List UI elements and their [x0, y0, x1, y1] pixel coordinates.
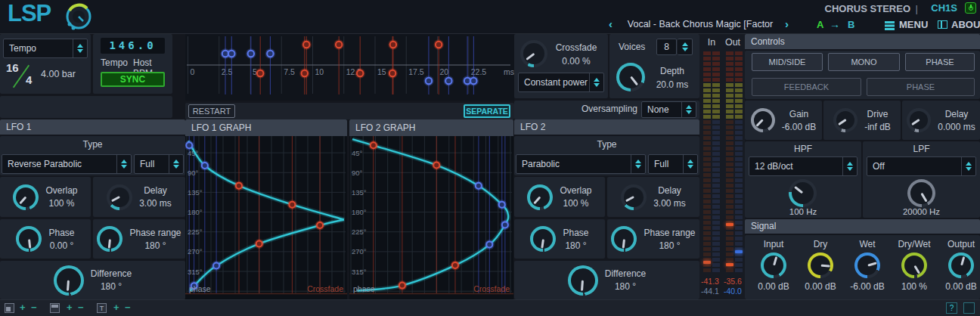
- ui-scale-minus-button[interactable]: −: [31, 302, 37, 313]
- feedback-button[interactable]: FEEDBACK: [752, 78, 861, 96]
- oversampling-select[interactable]: None: [641, 101, 696, 118]
- meter-column-out-right[interactable]: [735, 51, 743, 274]
- depth-label: Depth: [649, 66, 696, 76]
- lfo1-graph-plot[interactable]: 45°90°135°180°225°270°315°phaseCrossfade: [185, 136, 347, 301]
- lfo1-range-select[interactable]: Full: [134, 154, 184, 174]
- lfo2-phase-knob[interactable]: [530, 226, 556, 252]
- help-button[interactable]: ?: [946, 302, 957, 314]
- lfo1-type-label: Type: [0, 139, 185, 150]
- meter-column-in-right[interactable]: [712, 51, 720, 274]
- voices-timeline[interactable]: 02.557.51012.51517.52022.5ms: [185, 34, 514, 101]
- svg-text:2.5: 2.5: [222, 67, 233, 76]
- drywet-label: Dry/Wet: [898, 239, 930, 249]
- svg-text:180°: 180°: [188, 208, 203, 216]
- ab-a-button[interactable]: A: [817, 19, 823, 30]
- time-signature[interactable]: 16 4: [5, 60, 38, 91]
- ab-b-button[interactable]: B: [848, 19, 854, 30]
- bars-value: 4.00 bar: [41, 69, 76, 79]
- preset-next-button[interactable]: ›: [785, 17, 789, 30]
- dry-knob[interactable]: [808, 252, 833, 278]
- menu-icon[interactable]: [885, 21, 895, 23]
- lfo2-difference-knob[interactable]: [568, 265, 598, 296]
- power-button[interactable]: [965, 2, 976, 14]
- font-scale-minus-button[interactable]: −: [125, 302, 131, 313]
- signal-title: Signal: [745, 219, 980, 234]
- hpf-freq-knob[interactable]: [789, 179, 817, 207]
- meter-out-left-value: -35.6: [721, 277, 745, 286]
- wet-knob[interactable]: [854, 252, 880, 278]
- lfo2-phase-range-knob[interactable]: [611, 226, 637, 252]
- voices-stepper[interactable]: [678, 39, 693, 55]
- drywet-knob[interactable]: [901, 252, 927, 278]
- window-scale-plus-button[interactable]: +: [67, 302, 73, 313]
- voices-value[interactable]: 8: [656, 39, 677, 55]
- midside-button[interactable]: MID/SIDE: [752, 53, 823, 71]
- lfo1-overlap-knob[interactable]: [13, 184, 39, 210]
- lfo1-phase-range-knob[interactable]: [97, 226, 122, 252]
- feedback-gain-knob[interactable]: [751, 108, 775, 132]
- lpf-slope-select[interactable]: Off: [867, 156, 976, 176]
- font-scale-plus-button[interactable]: +: [113, 302, 119, 313]
- output-knob[interactable]: [948, 252, 974, 278]
- lfo1-delay-knob[interactable]: [107, 184, 132, 210]
- font-scale-icon: T: [97, 303, 107, 313]
- about-icon[interactable]: [938, 20, 947, 29]
- resize-handle[interactable]: [963, 302, 975, 314]
- meter-out-right-value: -40.0: [721, 287, 745, 296]
- tempo-extra-panel: [0, 96, 172, 118]
- mono-button[interactable]: MONO: [828, 53, 900, 71]
- lpf-freq-knob[interactable]: [907, 179, 935, 207]
- window-scale-icon: [50, 303, 60, 313]
- lfo2-overlap-knob[interactable]: [527, 184, 553, 210]
- meter-peak: [726, 223, 733, 226]
- feedback-delay-knob[interactable]: [907, 108, 931, 132]
- separate-button[interactable]: SEPARATE: [464, 104, 510, 118]
- lfo1-title: LFO 1: [0, 119, 185, 135]
- spinner-arrows-icon: [631, 155, 645, 173]
- tempo-mode-select[interactable]: Tempo: [3, 39, 88, 58]
- lfo2-delay-knob[interactable]: [621, 184, 647, 210]
- spinner-arrows-icon: [961, 157, 975, 175]
- lfo2-graph-plot[interactable]: 45°90°135°180°225°270°315°phaseCrossfade: [349, 136, 513, 301]
- feedback-phase-button[interactable]: PHASE: [867, 78, 975, 96]
- ui-scale-plus-button[interactable]: +: [20, 302, 26, 313]
- crossfade-knob[interactable]: [520, 40, 547, 67]
- hpf-slope-select[interactable]: 12 dB/oct: [749, 156, 858, 176]
- lpf-label: LPF: [863, 144, 980, 154]
- lfo1-phase-knob[interactable]: [16, 226, 42, 252]
- menu-button[interactable]: MENU: [899, 19, 928, 30]
- input-knob[interactable]: [761, 252, 786, 278]
- logo-knob-icon: [64, 2, 94, 32]
- preset-name[interactable]: Vocal - Back Chorus Magic [Factor: [620, 19, 780, 29]
- spinner-arrows-icon: [842, 157, 857, 175]
- svg-text:7.5: 7.5: [284, 67, 295, 76]
- window-scale-minus-button[interactable]: −: [78, 302, 84, 313]
- ab-arrow-icon: →: [830, 18, 840, 30]
- sync-button[interactable]: SYNC: [101, 72, 165, 87]
- lfo1-graph-panel: LFO 1 GRAPH 45°90°135°180°225°270°315°ph…: [185, 119, 347, 301]
- lfo2-type-select[interactable]: Parabolic: [516, 154, 646, 174]
- meter-peak: [735, 250, 743, 253]
- about-button[interactable]: ABOUT: [951, 19, 980, 30]
- svg-text:315°: 315°: [188, 268, 203, 276]
- wet-value: -6.00 dB: [850, 281, 884, 292]
- lfo2-range-select[interactable]: Full: [648, 154, 698, 174]
- depth-knob[interactable]: [616, 63, 645, 91]
- meter-column-out-left[interactable]: [726, 51, 733, 274]
- svg-text:270°: 270°: [352, 247, 367, 256]
- lfo1-difference-knob[interactable]: [54, 265, 84, 296]
- preset-prev-button[interactable]: ‹: [609, 17, 612, 30]
- meter-column-in-left[interactable]: [703, 51, 711, 274]
- controls-panel: Controls MID/SIDE MONO PHASE FEEDBACK PH…: [745, 34, 980, 140]
- lpf-panel: LPF Off 20000 Hz: [863, 141, 980, 218]
- lfo2-graph-panel: LFO 2 GRAPH 45°90°135°180°225°270°315°ph…: [349, 119, 513, 301]
- svg-text:90°: 90°: [352, 169, 363, 177]
- feedback-drive-knob[interactable]: [833, 108, 858, 132]
- lfo2-graph-title: LFO 2 GRAPH: [349, 119, 513, 136]
- tempo-panel: Tempo 16 4 4.00 bar: [0, 34, 91, 94]
- phase-button[interactable]: PHASE: [905, 53, 975, 71]
- restart-button[interactable]: RESTART: [188, 104, 235, 118]
- lfo1-type-select[interactable]: Reverse Parabolic: [2, 154, 132, 174]
- plugin-id: CH1S: [931, 2, 957, 14]
- crossfade-mode-select[interactable]: Constant power: [518, 73, 604, 92]
